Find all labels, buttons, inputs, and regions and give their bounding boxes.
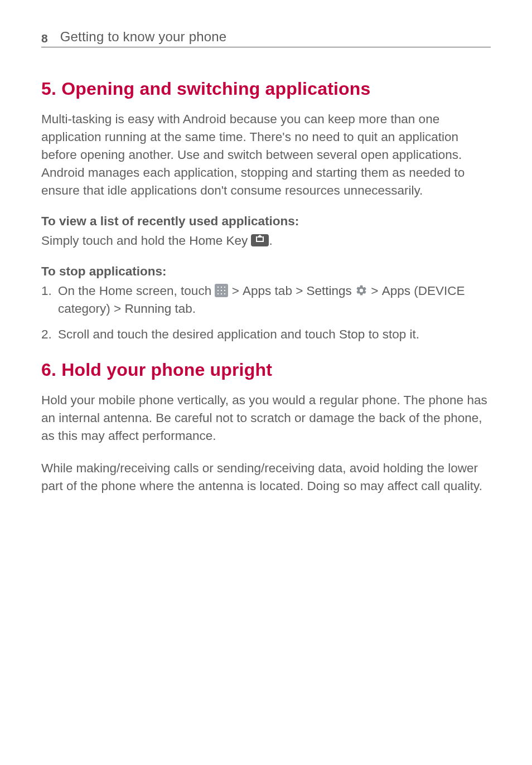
running-tab-label: Running bbox=[124, 302, 171, 316]
list-item: 1. On the Home screen, touch > Apps tab … bbox=[41, 282, 491, 318]
recent-apps-instruction: Simply touch and hold the Home Key . bbox=[41, 232, 491, 250]
text-fragment: to stop it. bbox=[365, 327, 419, 341]
section-6-p1: Hold your mobile phone vertically, as yo… bbox=[41, 391, 491, 445]
text-fragment: > bbox=[367, 284, 382, 298]
section-6-p2: While making/receiving calls or sending/… bbox=[41, 459, 491, 495]
text-fragment: . bbox=[269, 234, 272, 248]
subheading-stop-apps: To stop applications: bbox=[41, 264, 491, 279]
list-item: 2. Scroll and touch the desired applicat… bbox=[41, 326, 491, 343]
apps-label: Apps bbox=[382, 284, 410, 298]
subheading-recent-apps: To view a list of recently used applicat… bbox=[41, 214, 491, 229]
home-key-icon bbox=[251, 234, 269, 246]
heading-6: 6. Hold your phone upright bbox=[41, 360, 491, 380]
stop-apps-steps: 1. On the Home screen, touch > Apps tab … bbox=[41, 282, 491, 343]
settings-gear-icon bbox=[355, 284, 367, 297]
text-fragment: Simply touch and hold the bbox=[41, 234, 189, 248]
page-number: 8 bbox=[41, 32, 48, 45]
apps-tab-label: Apps bbox=[243, 284, 271, 298]
step-number: 1. bbox=[41, 282, 52, 300]
text-fragment: tab > bbox=[271, 284, 306, 298]
chapter-title: Getting to know your phone bbox=[60, 29, 227, 45]
step-number: 2. bbox=[41, 326, 52, 343]
heading-5: 5. Opening and switching applications bbox=[41, 79, 491, 99]
text-fragment: tab. bbox=[171, 302, 196, 316]
home-key-label: Home Key bbox=[189, 234, 248, 248]
text-fragment: On the Home screen, touch bbox=[58, 284, 215, 298]
apps-grid-icon bbox=[215, 284, 228, 297]
settings-label: Settings bbox=[307, 284, 352, 298]
stop-label: Stop bbox=[339, 327, 365, 341]
text-fragment: > bbox=[228, 284, 243, 298]
page-header: 8 Getting to know your phone bbox=[41, 29, 491, 47]
text-fragment: Scroll and touch the desired application… bbox=[58, 327, 339, 341]
section-5-intro: Multi-tasking is easy with Android becau… bbox=[41, 110, 491, 200]
